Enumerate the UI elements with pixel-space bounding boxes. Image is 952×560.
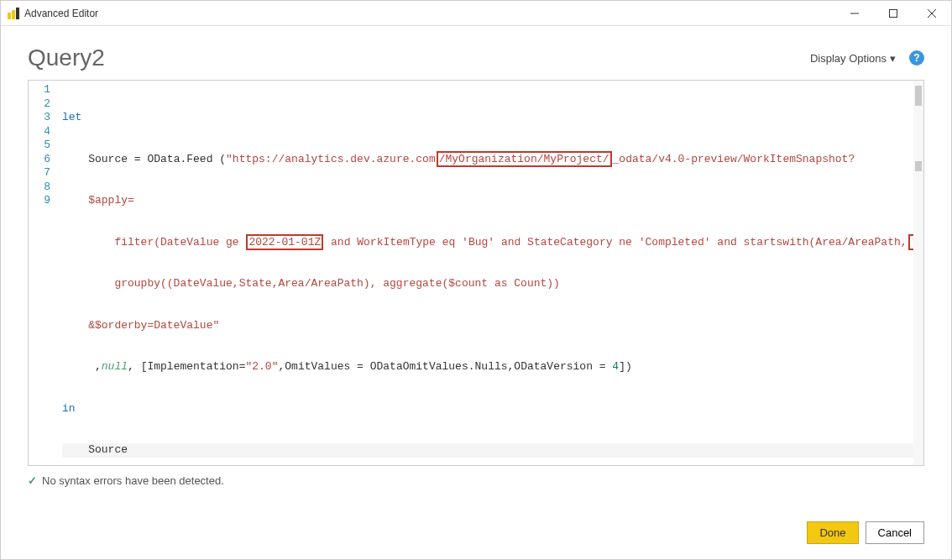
line-number: 5	[29, 139, 59, 153]
status-message: No syntax errors have been detected.	[42, 474, 224, 487]
app-icon	[8, 8, 19, 19]
code-line: in	[62, 402, 913, 416]
line-number: 6	[29, 153, 59, 167]
header: Query2 Display Options ▾ ?	[1, 26, 951, 80]
maximize-button[interactable]	[874, 1, 913, 26]
highlight-org-project: /MyOrganization/MyProject/	[437, 151, 612, 167]
line-number: 7	[29, 166, 59, 181]
window-controls	[835, 1, 951, 25]
display-options-dropdown[interactable]: Display Options ▾	[810, 52, 896, 65]
code-line: &$orderby=DateValue"	[62, 319, 913, 333]
svg-rect-4	[890, 10, 897, 18]
header-right: Display Options ▾ ?	[810, 50, 924, 65]
highlight-date: 2022-01-01Z	[246, 234, 323, 250]
code-line: filter(DateValue ge 2022-01-01Z and Work…	[62, 236, 913, 250]
code-content[interactable]: let Source = OData.Feed ("https://analyt…	[62, 81, 913, 465]
code-line: $apply=	[62, 194, 913, 208]
code-line: Source	[62, 443, 913, 458]
help-icon[interactable]: ?	[909, 50, 924, 65]
code-line: let	[62, 111, 913, 125]
line-number: 9	[29, 194, 59, 208]
cancel-button[interactable]: Cancel	[866, 521, 924, 544]
minimize-button[interactable]	[835, 1, 874, 26]
scrollbar-thumb[interactable]	[915, 86, 922, 106]
line-number: 1	[29, 83, 59, 97]
line-number: 8	[29, 181, 59, 195]
footer: Done Cancel	[807, 521, 924, 544]
line-number: 2	[29, 97, 59, 112]
chevron-down-icon: ▾	[890, 52, 896, 65]
code-line: Source = OData.Feed ("https://analytics.…	[62, 153, 913, 167]
line-number-gutter: 1 2 3 4 5 6 7 8 9	[29, 81, 59, 465]
line-number: 4	[29, 125, 59, 139]
vertical-scrollbar[interactable]	[913, 81, 923, 465]
status-bar: ✓ No syntax errors have been detected.	[1, 466, 951, 487]
close-button[interactable]	[913, 1, 951, 26]
check-icon: ✓	[28, 474, 37, 487]
code-line: groupby((DateValue,State,Area/AreaPath),…	[62, 277, 913, 291]
svg-rect-0	[8, 13, 11, 19]
window-title: Advanced Editor	[24, 8, 835, 19]
scrollbar-marker	[915, 161, 922, 171]
titlebar: Advanced Editor	[1, 1, 951, 26]
code-line: ,null, [Implementation="2.0",OmitValues …	[62, 360, 913, 374]
query-title: Query2	[28, 44, 105, 71]
code-editor[interactable]: 1 2 3 4 5 6 7 8 9 let Source = OData.Fee…	[28, 80, 924, 466]
svg-rect-1	[12, 10, 15, 19]
display-options-label: Display Options	[810, 52, 887, 65]
done-button[interactable]: Done	[807, 521, 858, 544]
svg-rect-2	[16, 8, 19, 19]
line-number: 3	[29, 111, 59, 125]
